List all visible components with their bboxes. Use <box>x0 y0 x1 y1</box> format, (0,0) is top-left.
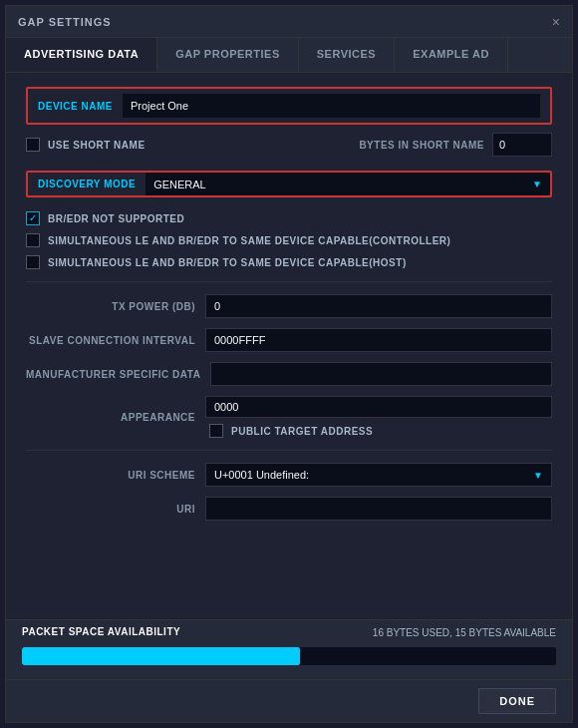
tab-example-ad[interactable]: EXAMPLE AD <box>395 38 508 72</box>
uri-input[interactable] <box>205 497 552 521</box>
discovery-mode-arrow: ▼ <box>532 179 542 189</box>
discovery-mode-section: DISCOVERY MODE GENERAL ▼ <box>26 171 552 197</box>
device-name-input[interactable] <box>123 94 540 118</box>
bytes-in-short-name-input[interactable] <box>492 133 552 157</box>
gap-settings-dialog: GAP SETTINGS × ADVERTISING DATA GAP PROP… <box>5 5 573 723</box>
uri-label: URI <box>26 504 195 515</box>
title-bar: GAP SETTINGS × <box>6 6 572 38</box>
short-name-row: USE SHORT NAME BYTES IN SHORT NAME <box>26 133 552 157</box>
packet-title: PACKET SPACE AVAILABILITY <box>22 626 180 637</box>
public-target-label: PUBLIC TARGET ADDRESS <box>231 426 373 437</box>
tab-services[interactable]: SERVICES <box>299 38 395 72</box>
slave-connection-input[interactable] <box>205 328 552 352</box>
done-button[interactable]: DONE <box>478 688 556 714</box>
uri-row: URI <box>26 497 552 521</box>
manufacturer-data-row: MANUFACTURER SPECIFIC DATA <box>26 362 552 386</box>
slave-connection-row: SLAVE CONNECTION INTERVAL <box>26 328 552 352</box>
appearance-row: APPEARANCE PUBLIC TARGET ADDRESS <box>26 396 552 438</box>
uri-scheme-arrow: ▼ <box>533 470 543 481</box>
appearance-input[interactable] <box>205 396 552 418</box>
discovery-mode-value: GENERAL <box>153 179 206 190</box>
public-target-row: PUBLIC TARGET ADDRESS <box>205 424 552 438</box>
short-name-checkbox[interactable] <box>26 138 40 152</box>
uri-scheme-select[interactable]: U+0001 Undefined: ▼ <box>205 463 552 487</box>
bredr-label: BR/EDR NOT SUPPORTED <box>48 213 184 224</box>
progress-bar-fill <box>22 647 300 665</box>
manufacturer-data-input[interactable] <box>210 362 552 386</box>
checkbox-row-2: SIMULTANEOUS LE AND BR/EDR TO SAME DEVIC… <box>26 255 552 269</box>
bredr-checkbox[interactable] <box>26 211 40 225</box>
bytes-in-short-name-label: BYTES IN SHORT NAME <box>359 140 484 151</box>
slave-connection-label: SLAVE CONNECTION INTERVAL <box>26 335 195 346</box>
divider-1 <box>26 281 552 282</box>
tab-bar: ADVERTISING DATA GAP PROPERTIES SERVICES… <box>6 38 572 73</box>
simultaneous-controller-checkbox[interactable] <box>26 233 40 247</box>
tx-power-row: TX POWER (DB) <box>26 294 552 318</box>
appearance-label: APPEARANCE <box>26 412 195 423</box>
tx-power-input[interactable] <box>205 294 552 318</box>
tab-gap-properties[interactable]: GAP PROPERTIES <box>157 38 299 72</box>
checkbox-row-0: BR/EDR NOT SUPPORTED <box>26 211 552 225</box>
uri-scheme-label: URI SCHEME <box>26 470 195 481</box>
uri-scheme-value: U+0001 Undefined: <box>214 469 309 481</box>
discovery-mode-label: DISCOVERY MODE <box>28 173 145 195</box>
discovery-mode-select[interactable]: GENERAL ▼ <box>145 173 550 195</box>
tab-advertising-data[interactable]: ADVERTISING DATA <box>6 38 157 72</box>
divider-2 <box>26 450 552 451</box>
short-name-label: USE SHORT NAME <box>48 140 145 151</box>
tx-power-label: TX POWER (DB) <box>26 301 195 312</box>
device-name-section: DEVICE NAME <box>26 87 552 125</box>
simultaneous-host-checkbox[interactable] <box>26 255 40 269</box>
simultaneous-host-label: SIMULTANEOUS LE AND BR/EDR TO SAME DEVIC… <box>48 257 407 268</box>
close-button[interactable]: × <box>552 15 560 29</box>
uri-scheme-row: URI SCHEME U+0001 Undefined: ▼ <box>26 463 552 487</box>
footer: DONE <box>6 679 572 722</box>
checkbox-row-1: SIMULTANEOUS LE AND BR/EDR TO SAME DEVIC… <box>26 233 552 247</box>
packet-bar: PACKET SPACE AVAILABILITY 16 BYTES USED,… <box>6 619 572 679</box>
dialog-title: GAP SETTINGS <box>18 16 112 28</box>
public-target-checkbox[interactable] <box>209 424 223 438</box>
device-name-label: DEVICE NAME <box>38 101 113 112</box>
progress-bar-background <box>22 647 556 665</box>
manufacturer-data-label: MANUFACTURER SPECIFIC DATA <box>26 369 200 380</box>
packet-info: 16 BYTES USED, 15 BYTES AVAILABLE <box>373 627 556 638</box>
simultaneous-controller-label: SIMULTANEOUS LE AND BR/EDR TO SAME DEVIC… <box>48 235 450 246</box>
main-content: DEVICE NAME USE SHORT NAME BYTES IN SHOR… <box>6 73 572 619</box>
